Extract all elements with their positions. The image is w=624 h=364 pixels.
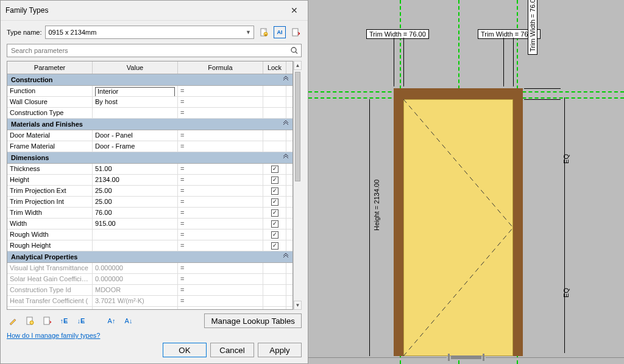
- param-lock-cell[interactable]: ✓: [263, 229, 286, 240]
- viewport-bottom-splitter[interactable]: [308, 353, 624, 362]
- param-row[interactable]: Door MaterialDoor - Panel=: [7, 130, 292, 141]
- category-row[interactable]: Materials and Finishes: [7, 119, 292, 130]
- param-value-cell[interactable]: By host: [93, 97, 178, 107]
- param-lock-cell[interactable]: ✓: [263, 164, 286, 174]
- param-row[interactable]: Heat Transfer Coefficient (3.7021 W/(m²·…: [7, 296, 292, 307]
- move-up-icon[interactable]: ↑E: [58, 315, 70, 327]
- param-value-cell[interactable]: Interior: [93, 86, 178, 96]
- scroll-thumb[interactable]: [295, 72, 300, 181]
- param-lock-cell[interactable]: [263, 263, 286, 273]
- param-formula-cell[interactable]: =: [178, 186, 263, 196]
- param-lock-cell[interactable]: [263, 108, 286, 118]
- param-value-cell[interactable]: 3.7021 W/(m²·K): [93, 296, 178, 306]
- ok-button[interactable]: OK: [163, 343, 207, 357]
- param-formula-cell[interactable]: =: [178, 296, 263, 306]
- dim-eq-top[interactable]: EQ: [562, 154, 570, 164]
- param-formula-cell[interactable]: =: [178, 97, 263, 107]
- param-row[interactable]: Thickness51.00=✓: [7, 164, 292, 175]
- param-formula-cell[interactable]: =: [178, 219, 263, 229]
- collapse-icon[interactable]: [283, 121, 289, 128]
- param-formula-cell[interactable]: =: [178, 175, 263, 185]
- vertical-scrollbar[interactable]: ▲ ▼: [293, 61, 302, 310]
- lock-checkbox[interactable]: ✓: [271, 220, 278, 228]
- param-lock-cell[interactable]: [263, 141, 286, 152]
- param-lock-cell[interactable]: [263, 130, 286, 141]
- param-value-cell[interactable]: Door - Frame: [93, 141, 178, 152]
- dim-trimwidth-left[interactable]: Trim Width = 76.00: [366, 29, 429, 39]
- param-lock-cell[interactable]: ✓: [263, 219, 286, 229]
- cancel-button[interactable]: Cancel: [210, 343, 254, 357]
- edit-param-icon[interactable]: [7, 315, 19, 327]
- param-value-cell[interactable]: 0.000000: [93, 263, 178, 273]
- param-formula-cell[interactable]: =: [178, 86, 263, 96]
- collapse-icon[interactable]: [283, 76, 289, 83]
- param-formula-cell[interactable]: =: [178, 307, 263, 309]
- lock-checkbox[interactable]: ✓: [271, 166, 278, 173]
- param-value-cell[interactable]: MDOOR: [93, 285, 178, 295]
- param-formula-cell[interactable]: =: [178, 208, 263, 218]
- category-row[interactable]: Analytical Properties: [7, 251, 292, 263]
- param-row[interactable]: Trim Projection Int25.00=✓: [7, 197, 292, 208]
- param-row[interactable]: Width915.00=✓: [7, 219, 292, 229]
- param-value-cell[interactable]: 25.00: [93, 197, 178, 207]
- dim-height-label[interactable]: Height = 2134.00: [372, 177, 381, 233]
- param-row[interactable]: Construction Type=: [7, 108, 292, 119]
- param-row[interactable]: Analytic ConstructionMetal=: [7, 307, 292, 309]
- param-lock-cell[interactable]: ✓: [263, 175, 286, 185]
- param-row[interactable]: Solar Heat Gain Coefficient0.000000=: [7, 274, 292, 285]
- category-row[interactable]: Construction: [7, 74, 292, 86]
- param-row[interactable]: Rough Height=✓: [7, 240, 292, 251]
- param-value-cell[interactable]: Door - Panel: [93, 130, 178, 141]
- lock-checkbox[interactable]: ✓: [271, 209, 278, 217]
- param-value-cell[interactable]: 2134.00: [93, 175, 178, 185]
- param-formula-cell[interactable]: =: [178, 240, 263, 251]
- lock-checkbox[interactable]: ✓: [271, 187, 278, 195]
- param-formula-cell[interactable]: =: [178, 274, 263, 284]
- param-value-cell[interactable]: 51.00: [93, 164, 178, 174]
- param-value-cell[interactable]: 915.00: [93, 219, 178, 229]
- param-formula-cell[interactable]: =: [178, 141, 263, 152]
- param-lock-cell[interactable]: [263, 296, 286, 306]
- param-lock-cell[interactable]: [263, 285, 286, 295]
- sort-asc-icon[interactable]: A↑: [105, 315, 118, 327]
- search-icon[interactable]: [288, 46, 301, 55]
- header-formula[interactable]: Formula: [178, 61, 263, 74]
- param-value-cell[interactable]: [93, 108, 178, 118]
- param-value-cell[interactable]: [93, 240, 178, 251]
- category-row[interactable]: Dimensions: [7, 152, 292, 164]
- param-formula-cell[interactable]: =: [178, 197, 263, 207]
- param-row[interactable]: Trim Projection Ext25.00=✓: [7, 186, 292, 197]
- param-lock-cell[interactable]: [263, 307, 286, 309]
- delete-param-icon[interactable]: ✕: [41, 315, 53, 327]
- param-lock-cell[interactable]: [263, 274, 286, 284]
- manage-lookup-button[interactable]: Manage Lookup Tables: [204, 313, 302, 328]
- param-formula-cell[interactable]: =: [178, 164, 263, 174]
- param-formula-cell[interactable]: =: [178, 285, 263, 295]
- collapse-icon[interactable]: [283, 253, 289, 261]
- dim-eq-bottom[interactable]: EQ: [562, 288, 570, 298]
- close-button[interactable]: ✕: [286, 4, 303, 16]
- lock-checkbox[interactable]: ✓: [271, 231, 278, 239]
- param-value-cell[interactable]: Metal: [93, 307, 178, 309]
- param-value-cell[interactable]: 0.000000: [93, 274, 178, 284]
- lock-checkbox[interactable]: ✓: [271, 242, 278, 250]
- rename-type-button[interactable]: AI: [274, 26, 286, 38]
- param-formula-cell[interactable]: =: [178, 108, 263, 118]
- move-down-icon[interactable]: ↓E: [75, 315, 87, 327]
- param-value-input[interactable]: Interior: [95, 87, 175, 96]
- header-parameter[interactable]: Parameter: [7, 61, 93, 74]
- apply-button[interactable]: Apply: [258, 343, 302, 357]
- param-value-cell[interactable]: 76.00: [93, 208, 178, 218]
- param-lock-cell[interactable]: [263, 97, 286, 107]
- help-link[interactable]: How do I manage family types?: [1, 332, 308, 343]
- dim-trimwidth-head[interactable]: Trim Width = 76.00: [528, 0, 537, 55]
- param-row[interactable]: Construction Type IdMDOOR=: [7, 285, 292, 296]
- collapse-icon[interactable]: [283, 154, 289, 161]
- lock-checkbox[interactable]: ✓: [271, 177, 278, 184]
- header-value[interactable]: Value: [93, 61, 178, 74]
- param-formula-cell[interactable]: =: [178, 229, 263, 240]
- type-name-select[interactable]: 0915 x 2134mm ▼: [45, 26, 254, 39]
- param-lock-cell[interactable]: [263, 86, 286, 96]
- param-row[interactable]: Height2134.00=✓: [7, 175, 292, 186]
- header-lock[interactable]: Lock: [263, 61, 286, 74]
